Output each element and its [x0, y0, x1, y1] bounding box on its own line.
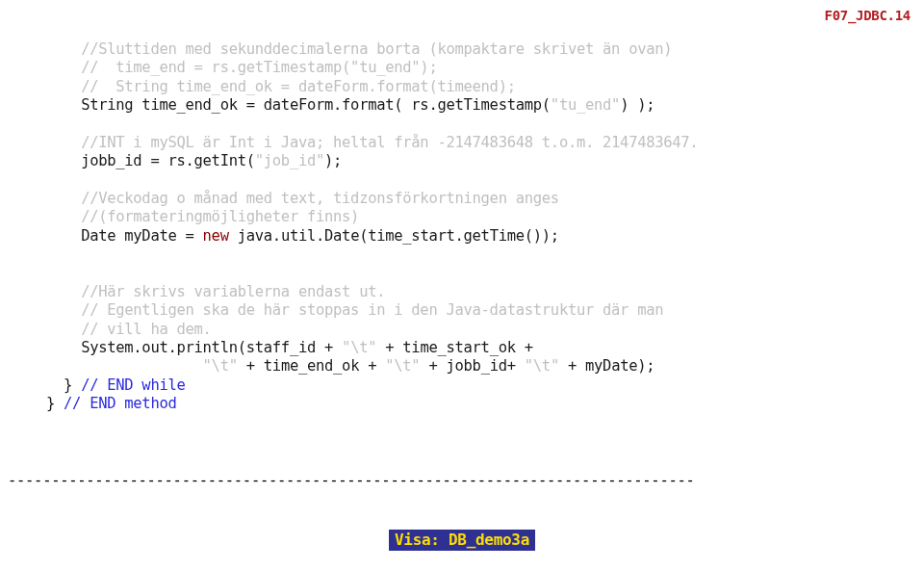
code-comment-blue: // END while — [81, 376, 185, 394]
code-line: } — [46, 395, 64, 412]
code-line: ) ); — [620, 96, 654, 114]
code-comment: //Sluttiden med sekunddecimalerna borta … — [46, 40, 672, 58]
code-string: "\t" — [342, 339, 376, 356]
code-comment: // String time_end_ok = dateForm.format(… — [46, 78, 516, 95]
code-line: jobb_id = rs.getInt( — [46, 152, 255, 169]
code-string: "\t" — [203, 357, 238, 375]
code-line: + myDate); — [559, 357, 654, 375]
code-comment: // time_end = rs.getTimestamp("tu_end"); — [46, 59, 437, 76]
code-comment: //Här skrivs variablerna endast ut. — [46, 283, 385, 300]
code-line — [46, 357, 203, 375]
code-comment-blue: // END method — [64, 395, 176, 412]
code-comment: // vill ha dem. — [46, 321, 212, 338]
code-keyword: new — [203, 227, 229, 245]
code-string: "tu_end" — [551, 96, 620, 114]
divider-line: ----------------------------------------… — [8, 472, 695, 490]
code-string: "\t" — [525, 357, 559, 375]
code-block: //Sluttiden med sekunddecimalerna borta … — [46, 40, 698, 414]
code-line: + time_start_ok + — [376, 339, 533, 356]
code-line: ); — [324, 152, 342, 169]
code-line: + time_end_ok + — [238, 357, 386, 375]
code-line: + jobb_id+ — [420, 357, 524, 375]
code-line: java.util.Date(time_start.getTime()); — [229, 227, 559, 245]
code-line: Date myDate = — [46, 227, 203, 245]
code-comment: // Egentligen ska de här stoppas in i de… — [46, 301, 663, 319]
code-string: "\t" — [385, 357, 420, 375]
code-line: } — [46, 376, 81, 394]
code-line: System.out.println(staff_id + — [46, 339, 342, 356]
code-comment: //Veckodag o månad med text, tidzonsförk… — [46, 190, 559, 207]
code-line: String time_end_ok = dateForm.format( rs… — [46, 96, 551, 114]
visa-badge: Visa: DB_demo3a — [389, 530, 535, 551]
code-comment: //INT i mySQL är Int i Java; heltal från… — [46, 134, 698, 151]
page-header-label: F07_JDBC.14 — [825, 8, 911, 25]
visa-badge-wrap: Visa: DB_demo3a — [0, 530, 924, 551]
code-comment: //(formateringmöjligheter finns) — [46, 208, 359, 225]
code-string: "job_id" — [255, 152, 324, 169]
